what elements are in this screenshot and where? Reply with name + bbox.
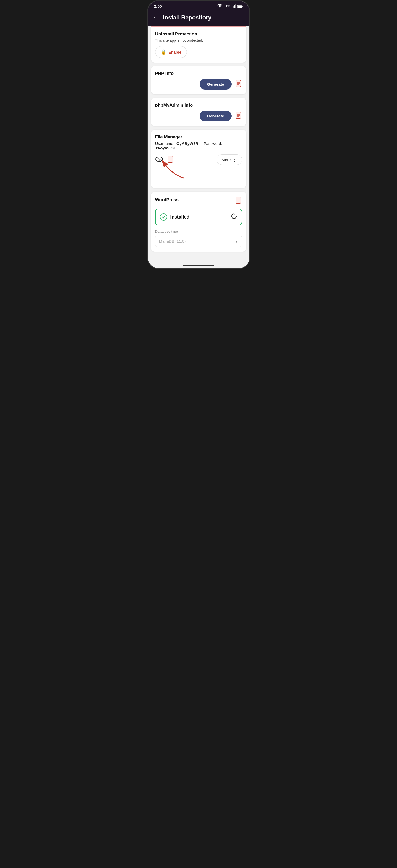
enable-label: Enable bbox=[169, 50, 181, 54]
phpmyadmin-generate-button[interactable]: Generate bbox=[200, 111, 231, 121]
more-button[interactable]: More ⋮ bbox=[217, 154, 242, 165]
more-label: More bbox=[222, 158, 231, 162]
php-info-title: PHP Info bbox=[155, 71, 242, 76]
database-select-display: MariaDB (11.0) bbox=[155, 236, 242, 247]
phpmyadmin-info-title: phpMyAdmin Info bbox=[155, 103, 242, 108]
status-time: 2:00 bbox=[154, 4, 162, 8]
uninstall-protection-title: Uninstall Protection bbox=[155, 32, 242, 37]
svg-rect-2 bbox=[234, 5, 235, 8]
installed-left: Installed bbox=[160, 213, 190, 221]
red-arrow-annotation bbox=[155, 165, 242, 183]
wordpress-doc-icon[interactable] bbox=[235, 196, 242, 205]
svg-rect-6 bbox=[242, 6, 243, 7]
password-value: fAoym6OT bbox=[156, 146, 176, 150]
file-manager-actions: More ⋮ bbox=[155, 154, 242, 165]
home-bar bbox=[183, 265, 214, 266]
svg-rect-0 bbox=[232, 6, 233, 8]
svg-rect-5 bbox=[237, 5, 242, 7]
top-bar: ← Install Repository bbox=[148, 10, 249, 26]
enable-button[interactable]: 🔒 Enable bbox=[155, 46, 187, 58]
uninstall-protection-desc: This site app is not protected. bbox=[155, 38, 242, 42]
main-content: Uninstall Protection This site app is no… bbox=[148, 26, 249, 261]
php-doc-icon[interactable] bbox=[235, 80, 242, 89]
installed-box: Installed bbox=[155, 209, 242, 225]
php-generate-button[interactable]: Generate bbox=[200, 79, 231, 90]
check-circle-icon bbox=[160, 213, 167, 221]
svg-rect-3 bbox=[235, 4, 236, 8]
file-manager-doc-icon[interactable] bbox=[167, 155, 174, 164]
page-title: Install Repository bbox=[163, 14, 212, 21]
wifi-icon bbox=[217, 4, 222, 8]
lte-label: LTE bbox=[224, 4, 230, 8]
eye-icon[interactable] bbox=[155, 156, 163, 163]
file-manager-card: File Manager Username: OyAByW8R Password… bbox=[151, 130, 246, 188]
uninstall-protection-card: Uninstall Protection This site app is no… bbox=[151, 26, 246, 63]
svg-rect-1 bbox=[233, 6, 234, 8]
battery-icon bbox=[237, 5, 243, 8]
status-bar: 2:00 LTE bbox=[148, 1, 249, 10]
more-dots-icon: ⋮ bbox=[233, 157, 237, 162]
password-label: Password: bbox=[204, 141, 222, 146]
svg-point-19 bbox=[159, 159, 160, 160]
database-type-selector[interactable]: MariaDB (11.0) ▼ bbox=[155, 236, 242, 247]
file-manager-credentials: Username: OyAByW8R Password: fAoym6OT bbox=[155, 141, 242, 150]
phpmyadmin-doc-icon[interactable] bbox=[235, 112, 242, 121]
wordpress-title: WordPress bbox=[155, 197, 179, 203]
refresh-icon[interactable] bbox=[231, 213, 237, 221]
php-info-card: PHP Info Generate bbox=[151, 66, 246, 94]
phpmyadmin-info-card: phpMyAdmin Info Generate bbox=[151, 98, 246, 126]
phone-frame: 2:00 LTE ← Install Repository bbox=[147, 0, 250, 269]
status-icons: LTE bbox=[217, 4, 243, 8]
username-label: Username: bbox=[155, 141, 174, 146]
database-type-label: Database type bbox=[155, 229, 242, 234]
home-indicator bbox=[148, 261, 249, 268]
wordpress-header: WordPress bbox=[155, 196, 242, 205]
wordpress-card: WordPress bbox=[151, 192, 246, 252]
php-info-actions: Generate bbox=[155, 79, 242, 90]
username-value: OyAByW8R bbox=[177, 141, 198, 146]
back-button[interactable]: ← bbox=[153, 14, 159, 21]
signal-icon bbox=[232, 4, 236, 8]
installed-label: Installed bbox=[171, 214, 190, 220]
lock-icon: 🔒 bbox=[161, 49, 166, 55]
file-manager-title: File Manager bbox=[155, 134, 242, 140]
phpmyadmin-info-actions: Generate bbox=[155, 111, 242, 121]
